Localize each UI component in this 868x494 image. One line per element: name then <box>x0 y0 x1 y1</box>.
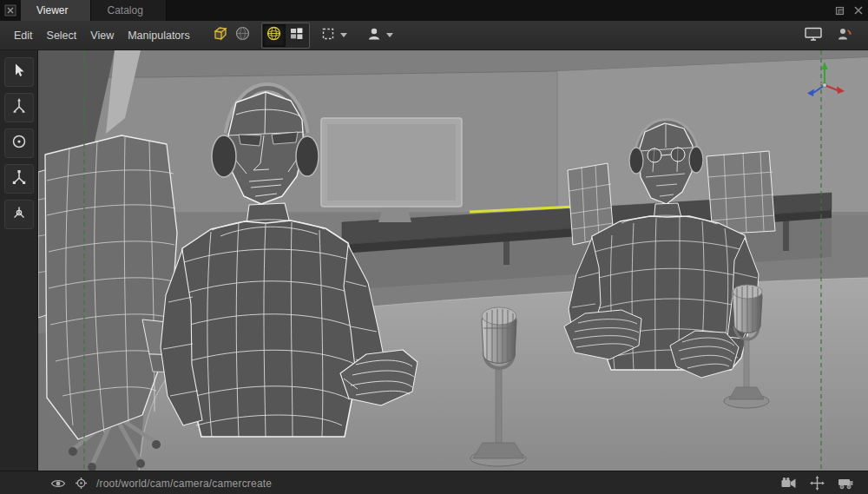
close-pane-icon[interactable] <box>849 0 868 21</box>
viewer-pane-window: Viewer Catalog Edit Select View Manipula… <box>0 0 868 494</box>
panes-icon <box>289 26 304 44</box>
menu-bar: Edit Select View Manipulators <box>0 21 868 50</box>
render-camera-icon[interactable] <box>780 477 798 490</box>
shaded-cube-button[interactable] <box>209 24 232 47</box>
monitor[interactable] <box>321 118 462 222</box>
status-bar: /root/world/cam/camera/camercreate <box>0 471 868 494</box>
tabbar-spacer <box>167 0 830 21</box>
translate-tool-button[interactable] <box>4 93 34 122</box>
dark-globe-button[interactable] <box>232 24 254 47</box>
person-sync-button[interactable] <box>833 24 856 47</box>
pivot-tool-icon <box>10 204 28 225</box>
pan-view-icon[interactable] <box>810 476 825 491</box>
menubar-right-icons <box>802 24 861 47</box>
marquee-select-button[interactable] <box>317 24 339 47</box>
monitor-icon <box>804 26 823 45</box>
select-arrow-icon <box>10 62 28 82</box>
tab-bar: Viewer Catalog <box>0 0 868 21</box>
menu-select[interactable]: Select <box>40 25 84 46</box>
pane-menu-icon[interactable] <box>0 0 21 21</box>
left-toolbar <box>0 50 38 471</box>
eye-icon[interactable] <box>50 478 66 490</box>
person-select-icon <box>366 26 382 45</box>
pivot-tool-button[interactable] <box>4 200 34 229</box>
scale-tool-button[interactable] <box>4 164 34 194</box>
shaded-cube-icon <box>212 25 228 45</box>
menu-manipulators[interactable]: Manipulators <box>121 25 197 46</box>
shading-button-group <box>261 23 310 49</box>
scene-svg <box>38 50 868 471</box>
viewport-canvas[interactable] <box>38 50 868 471</box>
cart-icon[interactable] <box>837 477 854 490</box>
person-select-button[interactable] <box>363 24 385 47</box>
translate-tool-icon <box>10 97 28 118</box>
tab-catalog-label: Catalog <box>107 4 142 16</box>
tab-viewer-label: Viewer <box>36 4 68 16</box>
scenegraph-path[interactable]: /root/world/cam/camera/camercreate <box>96 478 272 490</box>
select-arrow-button[interactable] <box>4 57 34 87</box>
menu-view[interactable]: View <box>83 25 121 46</box>
statusbar-right-icons <box>780 476 859 491</box>
person-dropdown-caret[interactable] <box>386 33 393 37</box>
scale-tool-icon <box>10 168 28 189</box>
marquee-dropdown-caret[interactable] <box>340 33 347 37</box>
menu-edit[interactable]: Edit <box>7 25 40 46</box>
marquee-select-icon <box>320 26 336 45</box>
panes-button[interactable] <box>286 24 308 47</box>
rotate-tool-button[interactable] <box>4 128 34 158</box>
wire-globe-icon <box>266 25 282 45</box>
gear-icon[interactable] <box>75 477 88 490</box>
wire-globe-button[interactable] <box>263 24 286 47</box>
rotate-tool-icon <box>10 133 28 154</box>
person-sync-icon <box>836 26 853 45</box>
pane-body <box>0 50 868 471</box>
tab-catalog[interactable]: Catalog <box>91 0 166 21</box>
float-pane-icon[interactable] <box>830 0 849 21</box>
dark-globe-icon <box>234 25 251 45</box>
monitor-button[interactable] <box>802 24 825 47</box>
tab-viewer[interactable]: Viewer <box>21 0 91 21</box>
